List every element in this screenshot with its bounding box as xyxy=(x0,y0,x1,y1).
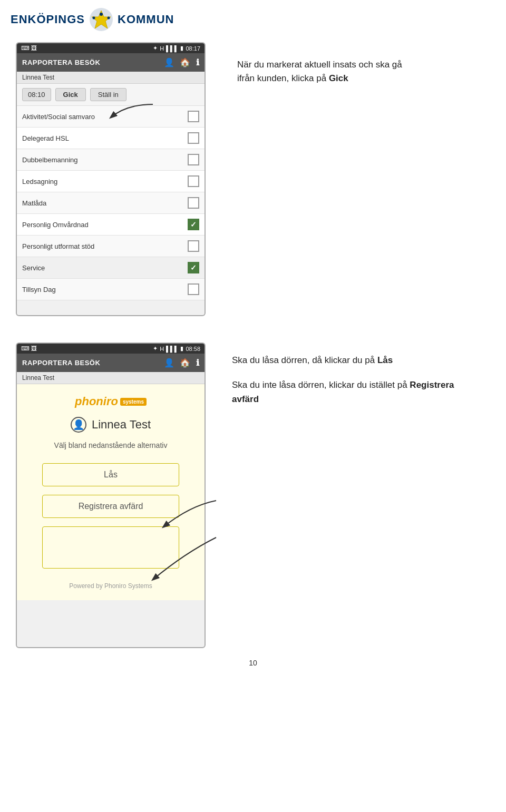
list-item[interactable]: Dubbelbemanning xyxy=(17,149,205,171)
phone-subtitle-1: Linnea Test xyxy=(17,72,205,84)
home-icon: 🏠 xyxy=(180,57,191,67)
status-bar-1: ⌨ 🖼 ✦ H ▌▌▌ ▮ 08:17 xyxy=(17,43,205,53)
annotation-line1: När du markerat aktuell insats och ska g… xyxy=(237,58,480,72)
home-icon-2: 🏠 xyxy=(180,358,191,368)
item-label: Tillsyn Dag xyxy=(22,286,56,294)
phoniro-content: phoniro systems 👤 Linnea Test Välj bland… xyxy=(17,384,205,600)
battery-icon: ▮ xyxy=(180,45,183,52)
annotation-line2-prefix: ifrån kunden, klicka på xyxy=(237,73,329,83)
logo-crown-icon xyxy=(88,6,114,33)
user-row: 👤 Linnea Test xyxy=(71,417,151,433)
list-item[interactable]: Matlåda xyxy=(17,192,205,214)
item-label: Delegerad HSL xyxy=(22,134,69,142)
annotation-bold: Gick xyxy=(329,73,348,83)
annotation2-line1: Ska du låsa dörren, då klickar du på Lås xyxy=(232,353,480,367)
annotation2-line1-prefix: Ska du låsa dörren, då klickar du på xyxy=(232,355,377,365)
svg-point-3 xyxy=(93,17,95,19)
annotation2-bold1: Lås xyxy=(377,355,393,365)
page-number: 10 xyxy=(16,648,490,672)
phone-title-2: RAPPORTERA BESÖK xyxy=(22,359,100,367)
powered-text: Powered by Phoniro Systems xyxy=(69,582,152,590)
annotation-1: När du markerat aktuell insats och ska g… xyxy=(206,42,490,316)
annotation2-line2-text: Ska du inte låsa dörren, klickar du istä… xyxy=(232,380,407,390)
phoniro-logo-systems: systems xyxy=(120,398,147,406)
page-header: ENKÖPINGS KOMMUN xyxy=(0,0,506,37)
phoniro-logo-text: phoniro xyxy=(75,395,118,408)
bars-icon-2: ▌▌▌ xyxy=(166,346,178,352)
checkbox-2[interactable] xyxy=(188,132,199,144)
bluetooth-icon: ✦ xyxy=(153,45,158,52)
phone-subtitle-2: Linnea Test xyxy=(17,372,205,384)
list-item[interactable]: Service xyxy=(17,257,205,279)
user-name: Linnea Test xyxy=(92,418,151,432)
checkbox-1[interactable] xyxy=(188,111,199,122)
item-label: Matlåda xyxy=(22,199,46,207)
item-label: Personlig Omvårdnad xyxy=(22,221,89,229)
registrera-button[interactable]: Registrera avfärd xyxy=(42,495,179,518)
list-item[interactable]: Aktivitet/Social samvaro xyxy=(17,106,205,128)
section-2: ⌨ 🖼 ✦ H ▌▌▌ ▮ 08:58 RAPPORTERA BESÖK 👤 🏠 xyxy=(16,343,490,648)
bluetooth-icon-2: ✦ xyxy=(153,345,158,352)
phone-title-bar-1: RAPPORTERA BESÖK 👤 🏠 ℹ xyxy=(17,53,205,72)
item-label: Aktivitet/Social samvaro xyxy=(22,113,95,121)
annotation2-line2: Ska du inte låsa dörren, klickar du istä… xyxy=(232,378,480,406)
info-icon-2: ℹ xyxy=(196,358,200,368)
checkbox-8[interactable] xyxy=(188,262,199,273)
annotation-2: Ska du låsa dörren, då klickar du på Lås… xyxy=(206,343,490,648)
list-item[interactable]: Personligt utformat stöd xyxy=(17,236,205,257)
list-item[interactable]: Tillsyn Dag xyxy=(17,279,205,300)
section-1: ⌨ 🖼 ✦ H ▌▌▌ ▮ 08:17 RAPPORTERA BESÖK 👤 🏠 xyxy=(16,42,490,316)
stall-in-button[interactable]: Ställ in xyxy=(90,88,126,101)
time-box: 08:10 xyxy=(22,88,51,101)
checkbox-5[interactable] xyxy=(188,197,199,209)
choose-text: Välj bland nedanstående alternativ xyxy=(54,441,168,449)
status-left-icons-2: ⌨ 🖼 xyxy=(21,345,37,352)
svg-point-4 xyxy=(108,17,110,19)
checkbox-6[interactable] xyxy=(188,219,199,230)
phone-title-bar-2: RAPPORTERA BESÖK 👤 🏠 ℹ xyxy=(17,354,205,372)
checkbox-7[interactable] xyxy=(188,240,199,252)
status-left-icons: ⌨ 🖼 xyxy=(21,45,37,52)
phone-mockup-2: ⌨ 🖼 ✦ H ▌▌▌ ▮ 08:58 RAPPORTERA BESÖK 👤 🏠 xyxy=(16,343,206,648)
title-icons-1: 👤 🏠 ℹ xyxy=(164,57,200,67)
item-label: Personligt utformat stöd xyxy=(22,242,94,250)
checkbox-9[interactable] xyxy=(188,283,199,295)
item-label: Ledsagning xyxy=(22,178,57,185)
list-item[interactable]: Personlig Omvårdnad xyxy=(17,214,205,236)
time-row: 08:10 Gick Ställ in xyxy=(17,84,205,106)
person-icon: 👤 xyxy=(164,57,175,67)
logo-before: ENKÖPINGS xyxy=(11,13,85,26)
item-label: Dubbelbemanning xyxy=(22,156,78,164)
gick-button[interactable]: Gick xyxy=(55,88,86,101)
user-avatar-icon: 👤 xyxy=(71,417,86,433)
las-button[interactable]: Lås xyxy=(42,463,179,486)
signal-icon: H xyxy=(160,45,164,52)
phoniro-logo: phoniro systems xyxy=(75,395,147,408)
svg-point-2 xyxy=(100,13,103,16)
item-label: Service xyxy=(22,264,45,272)
annotation-line2: ifrån kunden, klicka på Gick xyxy=(237,72,480,85)
checkbox-3[interactable] xyxy=(188,154,199,165)
person-icon-2: 👤 xyxy=(164,358,175,368)
time-display-1: 08:17 xyxy=(186,45,200,52)
battery-icon-2: ▮ xyxy=(180,345,183,352)
phone-mockup-1: ⌨ 🖼 ✦ H ▌▌▌ ▮ 08:17 RAPPORTERA BESÖK 👤 🏠 xyxy=(16,42,206,316)
list-item[interactable]: Delegerad HSL xyxy=(17,128,205,149)
list-item[interactable]: Ledsagning xyxy=(17,171,205,192)
phone-title-1: RAPPORTERA BESÖK xyxy=(22,58,100,66)
time-display-2: 08:58 xyxy=(186,346,200,352)
logo-after: KOMMUN xyxy=(118,13,174,26)
title-icons-2: 👤 🏠 ℹ xyxy=(164,358,200,368)
signal-icon-2: H xyxy=(160,346,164,352)
info-icon: ℹ xyxy=(196,57,200,67)
empty-area xyxy=(42,526,179,569)
content-area: ⌨ 🖼 ✦ H ▌▌▌ ▮ 08:17 RAPPORTERA BESÖK 👤 🏠 xyxy=(0,37,506,678)
status-bar-2: ⌨ 🖼 ✦ H ▌▌▌ ▮ 08:58 xyxy=(17,344,205,354)
bars-icon: ▌▌▌ xyxy=(166,45,178,52)
checkbox-4[interactable] xyxy=(188,175,199,187)
checklist: Aktivitet/Social samvaro Delegerad HSL D… xyxy=(17,106,205,300)
